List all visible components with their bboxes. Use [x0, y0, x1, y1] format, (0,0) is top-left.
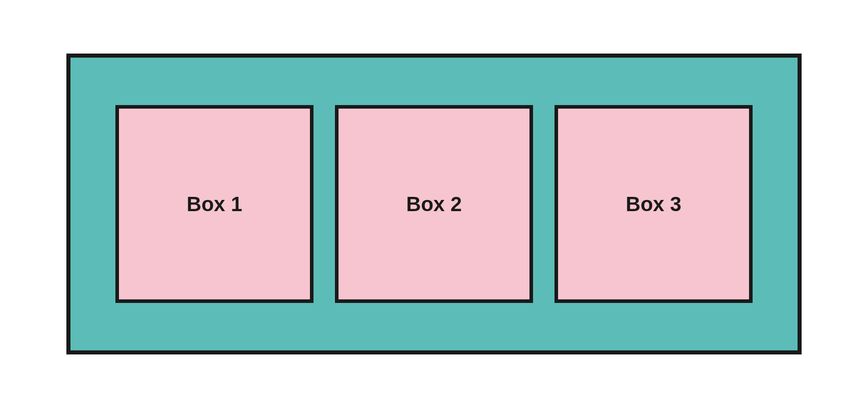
box-3-label: Box 3	[626, 193, 682, 216]
box-1: Box 1	[115, 105, 314, 303]
box-2: Box 2	[335, 105, 533, 303]
box-2-label: Box 2	[406, 193, 462, 216]
box-3: Box 3	[554, 105, 753, 303]
box-1-label: Box 1	[187, 193, 243, 216]
box-container: Box 1 Box 2 Box 3	[66, 54, 802, 354]
